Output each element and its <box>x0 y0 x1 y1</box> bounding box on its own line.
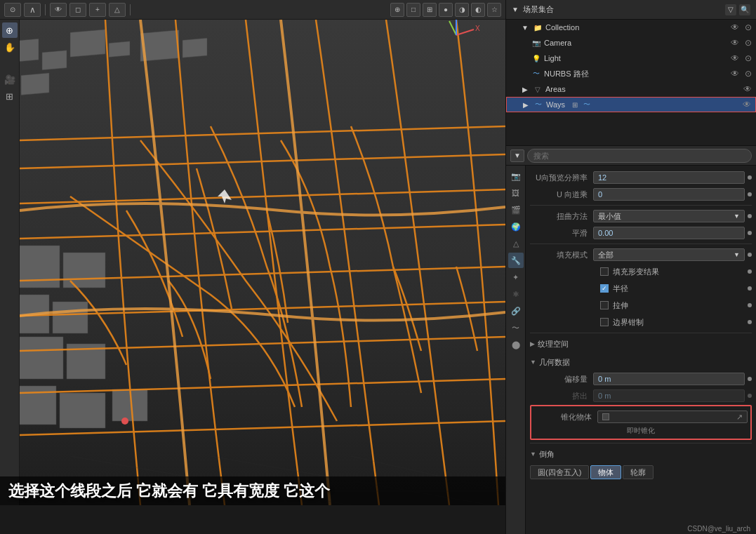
bevel-section-header[interactable]: ▼ 倒角 <box>530 446 752 462</box>
props-icon-world[interactable]: 🌍 <box>508 219 524 234</box>
menu-btn-2[interactable]: ∧ <box>24 3 41 17</box>
svg-rect-8 <box>183 38 207 58</box>
ways-label: Ways <box>546 100 565 109</box>
ways-eye-icon[interactable]: 👁 <box>743 100 751 109</box>
props-icon-view[interactable]: 🎬 <box>508 202 524 218</box>
properties-search-input[interactable] <box>527 149 752 163</box>
props-icon-render[interactable]: 📷 <box>508 168 524 184</box>
nurbs-eye-icon[interactable]: 👁 <box>731 69 739 79</box>
bevel-tabs: 圆(四舍五入) 物体 轮廓 <box>530 465 752 480</box>
extrude-value[interactable]: 0 m <box>593 389 745 402</box>
u-preview-value[interactable]: 12 <box>593 171 745 184</box>
texture-section-header[interactable]: ▶ 纹理空间 <box>530 336 752 352</box>
select-btn[interactable]: ◻ <box>69 3 86 17</box>
move-tool-btn[interactable]: ✋ <box>2 39 18 55</box>
view-icon-3[interactable]: ⊞ <box>423 3 437 17</box>
u-order-value[interactable]: 0 <box>593 188 745 201</box>
ways-link-icon: 〜 <box>583 100 590 109</box>
camera-label: Camera <box>544 39 571 47</box>
view-icon-7[interactable]: ☆ <box>487 3 501 17</box>
outliner-item-ways[interactable]: ▶ 〜 Ways ⊞ 〜 👁 <box>506 97 756 112</box>
camera-eye-icon[interactable]: 👁 <box>731 38 739 48</box>
light-restrict-icon[interactable]: ⊙ <box>745 53 752 63</box>
stretch-checkbox[interactable] <box>600 301 609 309</box>
taper-object-preview <box>602 413 609 420</box>
fill-deform-checkbox[interactable] <box>600 267 609 276</box>
offset-value[interactable]: 0 m <box>593 373 745 385</box>
cursor-tool-btn[interactable]: ⊕ <box>2 22 18 38</box>
texture-section-label: 纹理空间 <box>538 339 569 349</box>
taper-link-icon[interactable]: ↗ <box>736 413 743 422</box>
bend-method-label: 扭曲方法 <box>530 211 593 222</box>
viewport[interactable]: X Y Z 2 ⊙ ∧ 👁 ◻ + △ ⊕ □ ⊞ ● ◑ ◐ ☆ <box>0 0 505 505</box>
stretch-label: 拉伸 <box>613 300 628 311</box>
props-icon-constraints[interactable]: 🔗 <box>508 303 524 319</box>
view-icon-6[interactable]: ◐ <box>471 3 485 17</box>
outliner-item-collection[interactable]: ▼ 📁 Collection 👁 ⊙ <box>506 20 756 35</box>
props-menu-btn[interactable]: ▼ <box>510 149 524 162</box>
props-side-icons: 📷 🖼 🎬 🌍 △ 🔧 ✦ ⚛ 🔗 〜 ⬤ <box>506 166 526 534</box>
view-icon-2[interactable]: □ <box>406 3 420 17</box>
divider-2 <box>530 243 752 244</box>
outliner-dropdown-icon[interactable]: ▼ <box>512 6 519 13</box>
add-btn[interactable]: + <box>89 3 106 17</box>
bevel-tab-profile[interactable]: 轮廓 <box>623 465 654 479</box>
bevel-tab-object[interactable]: 物体 <box>590 465 621 479</box>
smooth-value[interactable]: 0.00 <box>593 227 745 239</box>
outliner-tree[interactable]: ▼ 📁 Collection 👁 ⊙ 📷 Camera 👁 ⊙ 💡 Light … <box>506 20 756 146</box>
taper-object-value[interactable]: ↗ <box>597 410 748 423</box>
view-icon-5[interactable]: ◑ <box>455 3 469 17</box>
watermark-text: CSDN@ve_liu_arch <box>687 525 750 533</box>
nurbs-restrict-icon[interactable]: ⊙ <box>745 69 752 79</box>
props-icon-particles[interactable]: ✦ <box>508 269 524 285</box>
view-icon-1[interactable]: ⊕ <box>390 3 404 17</box>
bevel-tab-circle[interactable]: 圆(四舍五入) <box>530 465 589 479</box>
svg-rect-6 <box>21 73 49 95</box>
camera-icon-btn[interactable]: 🎥 <box>2 72 18 87</box>
outliner-item-light[interactable]: 💡 Light 👁 ⊙ <box>506 51 756 66</box>
outliner-filter-btn[interactable]: ▽ <box>725 4 736 15</box>
geometry-section-label: 几何数据 <box>539 357 570 368</box>
svg-rect-12 <box>53 302 88 333</box>
ways-expand-icon: ▶ <box>521 100 531 109</box>
half-radius-checkbox[interactable]: ✓ <box>600 284 609 293</box>
offset-label: 偏移量 <box>530 374 593 385</box>
props-icon-physics[interactable]: ⚛ <box>508 286 524 302</box>
areas-expand-icon: ▶ <box>520 84 530 94</box>
outliner-item-camera[interactable]: 📷 Camera 👁 ⊙ <box>506 35 756 51</box>
areas-eye-icon[interactable]: 👁 <box>743 84 752 94</box>
geometry-section-header[interactable]: ▼ 几何数据 <box>530 354 752 370</box>
object-btn[interactable]: △ <box>109 3 126 17</box>
outliner-search-btn[interactable]: 🔍 <box>739 4 750 15</box>
smooth-dot <box>748 231 752 235</box>
outliner-item-nurbs[interactable]: 〜 NURBS 路径 👁 ⊙ <box>506 66 756 81</box>
fill-mode-dropdown[interactable]: 全部 ▼ <box>593 248 745 261</box>
props-icon-object[interactable]: △ <box>508 236 524 251</box>
subtitle-bar: 选择这个线段之后 它就会有 它具有宽度 它这个 <box>0 476 505 505</box>
toolbar-sep-2 <box>130 4 131 15</box>
right-panel: ▼ 场景集合 ▽ 🔍 ▼ 📁 Collection 👁 ⊙ 📷 Camera 👁… <box>505 0 756 534</box>
collection-restrict-icon[interactable]: ⊙ <box>745 22 752 32</box>
u-preview-row: U向预览分辨率 12 <box>530 170 752 185</box>
grid-icon-btn[interactable]: ⊞ <box>2 88 18 104</box>
fill-deform-dot <box>748 269 752 274</box>
props-icon-modifier[interactable]: 🔧 <box>508 253 524 268</box>
outliner-item-areas[interactable]: ▶ ▽ Areas 👁 <box>506 81 756 97</box>
props-icon-material[interactable]: ⬤ <box>508 337 524 352</box>
divider-4 <box>530 443 752 443</box>
props-icon-output[interactable]: 🖼 <box>508 185 524 201</box>
bend-method-dropdown[interactable]: 最小值 ▼ <box>593 210 745 222</box>
view-btn[interactable]: 👁 <box>50 3 67 17</box>
light-eye-icon[interactable]: 👁 <box>731 53 739 63</box>
props-icon-data[interactable]: 〜 <box>508 320 524 335</box>
camera-restrict-icon[interactable]: ⊙ <box>745 38 752 48</box>
collection-eye-icon[interactable]: 👁 <box>731 22 739 32</box>
extrude-label: 挤出 <box>530 391 593 401</box>
u-order-label: U 向道乘 <box>530 189 593 200</box>
menu-btn-1[interactable]: ⊙ <box>4 3 21 17</box>
view-icon-4[interactable]: ● <box>439 3 453 17</box>
nurbs-label: NURBS 路径 <box>544 69 589 79</box>
road-network-svg: X Y Z 2 <box>0 0 505 505</box>
clamp-overlap-checkbox[interactable] <box>600 318 609 326</box>
stretch-dot <box>748 303 752 307</box>
